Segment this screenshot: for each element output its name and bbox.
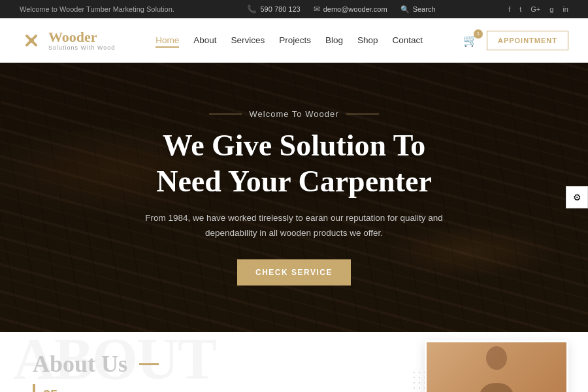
phone-number: 590 780 123	[260, 5, 300, 13]
email-info: ✉ demo@wooder.com	[314, 5, 387, 14]
main-nav: Home About Services Projects Blog Shop C…	[155, 35, 423, 45]
svg-point-3	[486, 346, 507, 370]
nav-shop[interactable]: Shop	[357, 35, 378, 45]
facebook-link[interactable]: f	[508, 5, 510, 13]
nav-contact[interactable]: Contact	[393, 35, 423, 45]
experience-years: 35	[43, 387, 57, 393]
logo-name: Wooder	[48, 30, 115, 44]
appointment-button[interactable]: APPOINTMENT	[487, 31, 568, 50]
social-links: f t G+ g in	[508, 5, 568, 13]
about-right	[385, 350, 555, 392]
googleplus-link[interactable]: G+	[531, 5, 540, 13]
search-button[interactable]: 🔍 Search	[400, 5, 436, 14]
hero-cta-button[interactable]: CHECK SERVICE	[237, 259, 351, 286]
about-left: About Us 35 Years Of Experience	[33, 350, 385, 392]
cart-badge: 1	[474, 29, 483, 39]
header-actions: 🛒 1 APPOINTMENT	[463, 31, 568, 50]
title-dash	[139, 363, 159, 365]
header: Wooder Solutions With Wood Home About Se…	[0, 18, 588, 63]
settings-button[interactable]: ⚙	[566, 186, 588, 208]
hero-section: Welcome To Wooder We Give Solution To Ne…	[0, 63, 588, 332]
person-silhouette	[470, 344, 523, 392]
nav-services[interactable]: Services	[231, 35, 265, 45]
announcement: Welcome to Wooder Tumber Marketing Solut…	[20, 5, 174, 13]
phone-icon: 📞	[247, 5, 257, 14]
nav-home[interactable]: Home	[155, 35, 179, 45]
hero-content: Welcome To Wooder We Give Solution To Ne…	[118, 109, 470, 285]
logo-sub: Solutions With Wood	[48, 44, 115, 51]
email-address: demo@wooder.com	[323, 5, 387, 13]
settings-icon: ⚙	[573, 192, 581, 203]
about-experience: 35 Years Of Experience	[33, 384, 385, 392]
hero-title: We Give Solution To Need Your Carpenter	[131, 128, 457, 199]
search-icon: 🔍	[400, 5, 410, 14]
hero-description: From 1984, we have worked tirelessly to …	[131, 211, 457, 241]
google-link[interactable]: g	[549, 5, 553, 13]
about-image	[425, 340, 568, 392]
twitter-link[interactable]: t	[519, 5, 521, 13]
nav-projects[interactable]: Projects	[279, 35, 311, 45]
top-bar: Welcome to Wooder Tumber Marketing Solut…	[0, 0, 588, 18]
email-icon: ✉	[314, 5, 320, 14]
about-title: About Us	[33, 350, 385, 378]
experience-bar	[33, 384, 35, 392]
logo-icon	[20, 29, 43, 52]
cart-button[interactable]: 🛒 1	[463, 33, 478, 48]
logo-text: Wooder Solutions With Wood	[48, 30, 115, 51]
svg-point-2	[29, 38, 34, 43]
logo[interactable]: Wooder Solutions With Wood	[20, 29, 115, 52]
phone-info: 📞 590 780 123	[247, 5, 300, 14]
experience-label: Years Of Experience	[61, 390, 139, 393]
nav-about[interactable]: About	[193, 35, 216, 45]
top-bar-contact: 📞 590 780 123 ✉ demo@wooder.com 🔍 Search	[247, 5, 435, 14]
nav-blog[interactable]: Blog	[325, 35, 343, 45]
hero-welcome-text: Welcome To Wooder	[131, 109, 457, 119]
linkedin-link[interactable]: in	[563, 5, 568, 13]
about-section: ABOUT About Us 35 Years Of Experience	[0, 332, 588, 392]
